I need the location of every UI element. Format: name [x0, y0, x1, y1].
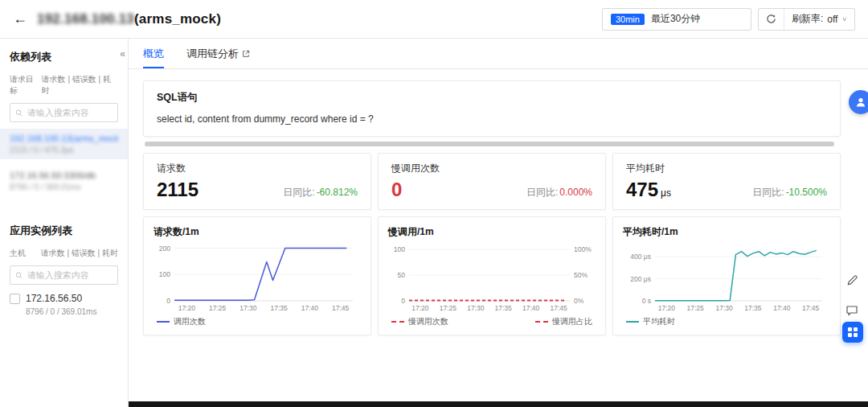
compare-value: -60.812%	[317, 187, 358, 198]
stat-card-avg-time: 平均耗时 475μs 日同比:-10.500%	[612, 153, 841, 210]
horizontal-scrollbar[interactable]	[145, 142, 839, 146]
slow-calls-chart[interactable]: 00%5050%100100%17:2017:2517:3017:3517:40…	[388, 242, 596, 313]
svg-text:0%: 0%	[574, 297, 584, 305]
col-request-target[interactable]: 请求目标	[10, 74, 42, 97]
instance-checkbox[interactable]	[10, 294, 20, 304]
dependency-item-metrics: 2115 / 0 / 475.3μs	[10, 146, 118, 154]
tab-trace-analysis[interactable]: 调用链分析	[186, 39, 250, 68]
refresh-rate-value: off	[827, 14, 837, 25]
dependency-list-title: 依赖列表	[10, 50, 118, 64]
stat-value: 2115	[157, 180, 199, 199]
compare-value: 0.000%	[559, 187, 592, 198]
svg-text:100%: 100%	[574, 245, 592, 253]
svg-text:17:25: 17:25	[440, 304, 457, 312]
scrollbar-thumb[interactable]	[145, 142, 834, 146]
back-button[interactable]: ←	[13, 10, 27, 27]
dependency-item-selected[interactable]: 192.168.100.13(arms_mock) 2115 / 0 / 475…	[0, 129, 128, 159]
chart-card-request-rate: 请求数/1m 010020017:2017:2517:3017:3517:401…	[143, 216, 371, 335]
legend-label: 调用次数	[174, 316, 206, 327]
search-icon	[15, 271, 23, 280]
svg-text:17:25: 17:25	[687, 304, 705, 312]
tab-overview[interactable]: 概览	[143, 39, 164, 68]
stat-compare: 日同比:0.000%	[526, 186, 592, 199]
sql-query-text: select id, content from dummy_record whe…	[157, 113, 827, 125]
stat-title: 平均耗时	[626, 162, 827, 175]
instance-search-input[interactable]	[27, 270, 113, 280]
legend-line-marker-icon	[626, 321, 639, 323]
compare-label: 日同比:	[526, 187, 558, 198]
chart-title: 慢调用/1m	[388, 225, 596, 239]
feedback-button[interactable]	[842, 301, 862, 320]
svg-text:100: 100	[159, 270, 170, 278]
legend-label: 慢调用次数	[408, 316, 448, 327]
instance-host: 172.16.56.50	[26, 293, 96, 304]
stat-compare: 日同比:-10.500%	[752, 186, 827, 199]
instance-list-section: 应用实例列表 主机 请求数 | 错误数 | 耗时 172.16.56.50 87…	[10, 224, 118, 316]
dependency-columns: 请求目标 请求数 | 错误数 | 耗时	[10, 74, 118, 97]
compare-label: 日同比:	[752, 187, 784, 198]
page-title: 192.168.100.13(arms_mock)	[37, 11, 221, 27]
svg-text:17:45: 17:45	[802, 304, 820, 312]
edit-button[interactable]	[842, 270, 862, 290]
svg-text:50%: 50%	[574, 271, 588, 279]
svg-text:17:35: 17:35	[270, 304, 288, 312]
compare-label: 日同比:	[283, 187, 314, 198]
stat-compare: 日同比:-60.812%	[283, 186, 358, 199]
svg-text:17:35: 17:35	[495, 304, 513, 312]
instance-item[interactable]: 172.16.56.50 8796 / 0 / 369.01ms	[10, 293, 118, 316]
dependency-search-input[interactable]	[27, 108, 113, 117]
legend-label: 慢调用占比	[552, 316, 592, 327]
refresh-rate-select[interactable]: 刷新率: off ∨	[784, 12, 854, 26]
main-panel: 概览 调用链分析 SQL语句 select id, content from d…	[129, 39, 868, 407]
refresh-rate-label: 刷新率:	[792, 12, 823, 26]
legend-item[interactable]: 平均耗时	[626, 316, 675, 327]
stat-value-number: 475	[626, 179, 658, 200]
legend-item[interactable]: 慢调用占比	[535, 316, 592, 327]
svg-text:200 μs: 200 μs	[630, 275, 651, 283]
sql-statement-card: SQL语句 select id, content from dummy_reco…	[143, 80, 841, 137]
page-title-app: (arms_mock)	[134, 11, 221, 27]
chevron-down-icon: ∨	[841, 16, 847, 23]
svg-text:400 μs: 400 μs	[630, 253, 651, 261]
request-rate-chart[interactable]: 010020017:2017:2517:3017:3517:4017:45	[154, 242, 361, 313]
time-range-picker[interactable]: 30min 最近30分钟	[602, 8, 751, 31]
support-person-icon	[854, 96, 867, 109]
tab-bar: 概览 调用链分析	[129, 39, 868, 69]
pencil-icon	[846, 274, 858, 286]
chart-card-avg-time: 平均耗时/1m 0 s200 μs400 μs17:2017:2517:3017…	[612, 216, 841, 335]
svg-text:17:20: 17:20	[658, 304, 676, 312]
instance-columns: 主机 请求数 | 错误数 | 耗时	[10, 248, 118, 259]
comment-icon	[845, 304, 858, 317]
contact-support-button[interactable]	[849, 90, 868, 114]
header-bar: ← 192.168.100.13(arms_mock) 30min 最近30分钟…	[0, 0, 868, 39]
col-host[interactable]: 主机	[10, 248, 26, 259]
avg-time-chart[interactable]: 0 s200 μs400 μs17:2017:2517:3017:3517:40…	[623, 242, 830, 313]
legend-item[interactable]: 调用次数	[157, 316, 206, 327]
chart-legend: 调用次数	[154, 315, 361, 328]
svg-text:50: 50	[398, 271, 406, 279]
widgets-button[interactable]	[842, 322, 863, 343]
svg-text:17:30: 17:30	[240, 304, 257, 312]
legend-label: 平均耗时	[643, 316, 675, 327]
svg-text:17:40: 17:40	[301, 304, 319, 312]
instance-search	[10, 265, 118, 285]
refresh-button[interactable]	[759, 9, 784, 30]
tab-trace-label: 调用链分析	[186, 47, 239, 61]
stat-value-unit: μs	[661, 187, 671, 199]
legend-item[interactable]: 慢调用次数	[391, 316, 448, 327]
sidebar-collapse-button[interactable]: «	[120, 48, 125, 60]
dependency-item-name: 192.168.100.13(arms_mock)	[10, 134, 118, 143]
stat-card-request-count: 请求数 2115 日同比:-60.812%	[143, 153, 371, 210]
col-metrics[interactable]: 请求数 | 错误数 | 耗时	[41, 248, 118, 259]
refresh-icon	[766, 14, 776, 24]
col-metrics[interactable]: 请求数 | 错误数 | 耗时	[42, 74, 118, 97]
svg-text:17:45: 17:45	[551, 304, 568, 312]
arms-dashboard-page: ← 192.168.100.13(arms_mock) 30min 最近30分钟…	[0, 0, 868, 407]
legend-line-marker-icon	[157, 321, 170, 323]
svg-text:17:40: 17:40	[773, 304, 791, 312]
dependency-item-metrics: 8796 / 0 / 369.01ms	[10, 183, 118, 191]
charts-row: 请求数/1m 010020017:2017:2517:3017:3517:401…	[143, 216, 841, 335]
chart-legend: 慢调用次数慢调用占比	[388, 315, 596, 328]
dependency-item[interactable]: 172.16.56.50:3306/db 8796 / 0 / 369.01ms	[0, 166, 128, 196]
stat-title: 请求数	[157, 162, 358, 175]
